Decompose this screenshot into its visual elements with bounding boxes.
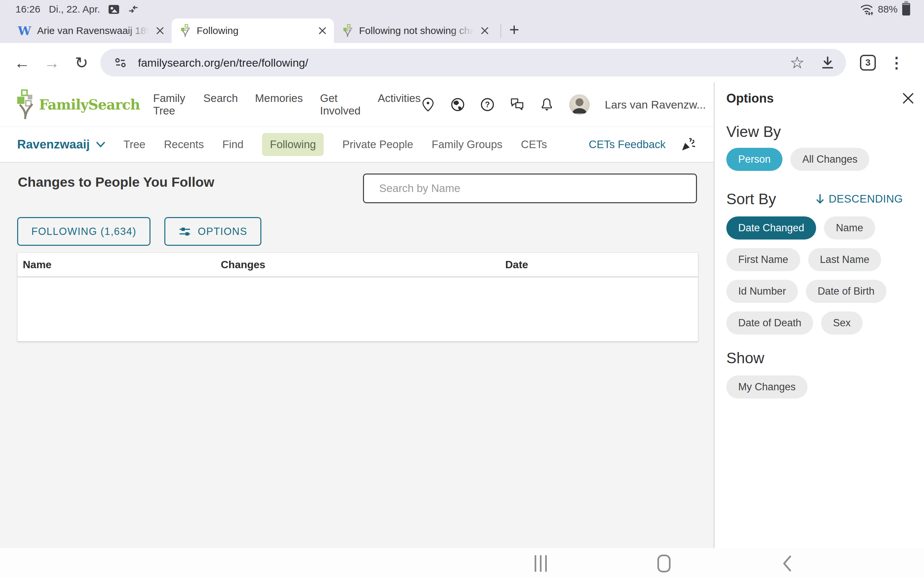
chip-last-name[interactable]: Last Name [808, 248, 882, 271]
chip-my-changes[interactable]: My Changes [726, 375, 807, 399]
user-name[interactable]: Lars van Ravenzw... [605, 98, 706, 111]
sort-direction-toggle[interactable]: DESCENDING [816, 193, 903, 205]
main-column: FamilySearch Family Tree Search Memories… [0, 83, 714, 548]
chip-date-of-birth[interactable]: Date of Birth [806, 280, 887, 303]
sync-arrows-icon [128, 3, 139, 15]
site-nav: Family Tree Search Memories Get Involved… [153, 92, 421, 117]
avatar[interactable] [569, 94, 590, 115]
tab-switcher-button[interactable]: 3 [860, 55, 876, 71]
close-icon[interactable] [901, 91, 916, 106]
following-count-button[interactable]: FOLLOWING (1,634) [17, 217, 151, 246]
battery-icon [902, 3, 910, 16]
back-icon[interactable]: ← [7, 54, 37, 72]
date: Di., 22. Apr. [49, 3, 100, 15]
subnav-recents[interactable]: Recents [164, 138, 204, 151]
avatar-photo [569, 94, 590, 115]
following-count-label: FOLLOWING (1,634) [31, 226, 136, 237]
bookmark-star-icon[interactable]: ☆ [790, 53, 805, 72]
android-status-bar: 16:26 Di., 22. Apr. 88% [0, 0, 924, 18]
browser-tab-strip: W Arie van Ravenswaaij 1898–1 Following … [0, 18, 924, 43]
chip-id-number[interactable]: Id Number [726, 280, 798, 303]
recents-button[interactable] [534, 555, 547, 572]
browser-toolbar: ← → ↻ familysearch.org/en/tree/following… [0, 43, 924, 83]
nav-search[interactable]: Search [203, 92, 238, 117]
nav-family-tree[interactable]: Family Tree [153, 92, 186, 117]
subnav-find[interactable]: Find [222, 138, 244, 151]
page-info-icon[interactable] [113, 55, 128, 70]
familysearch-tree-icon [16, 89, 37, 120]
party-popper-icon[interactable] [680, 137, 695, 152]
globe-icon[interactable] [450, 97, 465, 112]
tree-name-label: Ravenzwaaij [17, 138, 90, 151]
android-back-icon[interactable] [781, 555, 794, 572]
close-icon[interactable] [317, 26, 327, 36]
chip-name[interactable]: Name [824, 216, 875, 240]
changes-table: Name Changes Date [17, 252, 698, 341]
address-bar[interactable]: familysearch.org/en/tree/following/ ☆ [100, 49, 846, 76]
subnav-following[interactable]: Following [262, 133, 324, 156]
page-title: Changes to People You Follow [18, 175, 214, 190]
options-panel-title: Options [726, 91, 774, 106]
sort-by-heading: Sort By [726, 190, 776, 208]
subnav-private-people[interactable]: Private People [342, 138, 413, 151]
help-icon[interactable]: ? [480, 97, 495, 112]
column-header-changes: Changes [221, 259, 505, 271]
close-icon[interactable] [480, 26, 490, 36]
messages-icon[interactable] [510, 97, 525, 112]
chip-date-changed[interactable]: Date Changed [726, 216, 816, 240]
android-nav-bar [0, 548, 924, 578]
browser-tab-following[interactable]: Following [172, 18, 334, 43]
nav-activities[interactable]: Activities [378, 92, 421, 117]
chip-all-changes[interactable]: All Changes [790, 148, 869, 171]
location-pin-icon[interactable] [421, 97, 435, 112]
page: FamilySearch Family Tree Search Memories… [0, 83, 924, 548]
options-panel: Options View By Person All Changes Sort … [714, 83, 924, 548]
logo-text: FamilySearch [39, 97, 140, 113]
options-button[interactable]: OPTIONS [164, 217, 261, 246]
new-tab-button[interactable]: + [507, 21, 524, 43]
tree-subnav: Ravenzwaaij Tree Recents Find Following … [0, 127, 714, 162]
close-icon[interactable] [155, 26, 165, 36]
url-text: familysearch.org/en/tree/following/ [138, 57, 790, 69]
forward-icon[interactable]: → [37, 54, 67, 72]
tab-title: Following not showing chang [359, 25, 474, 36]
site-header: FamilySearch Family Tree Search Memories… [0, 83, 714, 127]
chevron-down-icon [96, 142, 105, 148]
subnav-family-groups[interactable]: Family Groups [432, 138, 503, 151]
nav-memories[interactable]: Memories [255, 92, 303, 117]
column-header-name: Name [23, 259, 221, 271]
subnav-cets[interactable]: CETs [521, 138, 547, 151]
browser-tab-forum[interactable]: Following not showing chang [334, 18, 496, 43]
show-heading: Show [726, 349, 924, 367]
chip-first-name[interactable]: First Name [726, 248, 800, 271]
tree-name-dropdown[interactable]: Ravenzwaaij [17, 138, 105, 151]
screenshot-notification-icon [109, 5, 119, 14]
content-area: Changes to People You Follow FOLLOWING (… [0, 162, 714, 548]
column-header-date: Date [505, 259, 698, 271]
search-input[interactable] [363, 174, 697, 203]
screen: 16:26 Di., 22. Apr. 88% W Arie van Raven… [0, 0, 924, 578]
download-icon[interactable] [820, 56, 835, 70]
tab-title: Arie van Ravenswaaij 1898–1 [37, 25, 149, 36]
table-header-row: Name Changes Date [18, 253, 698, 277]
sort-direction-label: DESCENDING [829, 193, 903, 205]
notifications-bell-icon[interactable] [539, 97, 554, 112]
reload-icon[interactable]: ↻ [67, 54, 96, 72]
options-button-label: OPTIONS [198, 226, 247, 237]
nav-get-involved[interactable]: Get Involved [320, 92, 361, 117]
wikipedia-w-icon: W [18, 25, 31, 37]
cets-feedback-link[interactable]: CETs Feedback [589, 138, 666, 151]
battery-percent: 88% [878, 3, 898, 15]
browser-tab-wikipedia[interactable]: W Arie van Ravenswaaij 1898–1 [9, 18, 172, 43]
home-button[interactable] [658, 555, 671, 572]
arrow-down-icon [816, 194, 824, 204]
chip-date-of-death[interactable]: Date of Death [726, 312, 813, 334]
chip-person[interactable]: Person [726, 148, 783, 171]
view-by-heading: View By [726, 123, 924, 141]
subnav-tree[interactable]: Tree [123, 138, 146, 151]
familysearch-logo[interactable]: FamilySearch [16, 89, 140, 120]
family-tree-icon [180, 24, 191, 37]
family-tree-icon [343, 24, 353, 37]
chip-sex[interactable]: Sex [821, 312, 862, 334]
menu-kebab-icon[interactable]: ⋮ [889, 54, 904, 71]
